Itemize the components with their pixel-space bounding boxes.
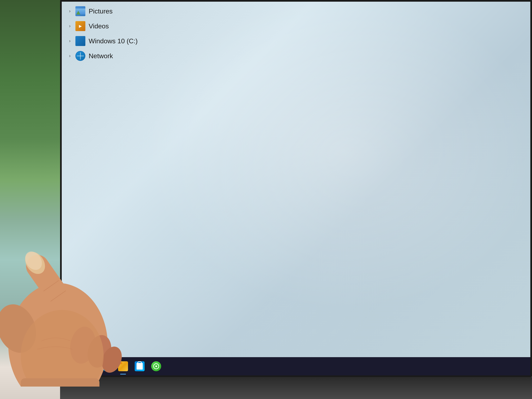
monitor-stand <box>60 377 532 399</box>
active-indicator-explorer <box>120 374 126 374</box>
sidebar-item-videos[interactable]: › Videos <box>62 19 161 34</box>
videos-icon <box>76 21 85 31</box>
taskbar-greenapp[interactable] <box>149 359 164 374</box>
videos-label: Videos <box>89 22 109 30</box>
store-bag <box>137 363 143 370</box>
sidebar-item-windows-c[interactable]: › Windows 10 (C:) <box>62 34 161 49</box>
screen-content: › Pictures › Videos › Windows 10 (C:) › <box>62 2 530 375</box>
taskbar-edge[interactable] <box>99 359 114 374</box>
tv-rect-3 <box>86 366 89 369</box>
chevron-windows-c: › <box>67 38 73 44</box>
chevron-pictures: › <box>67 8 73 14</box>
sidebar-item-pictures[interactable]: › Pictures <box>62 4 161 19</box>
edge-icon <box>101 361 111 371</box>
tv-rect-1 <box>86 362 89 365</box>
taskbar <box>62 357 530 375</box>
greenapp-icon <box>151 361 161 371</box>
greenapp-dot <box>155 365 157 367</box>
network-label: Network <box>89 52 113 60</box>
store-icon <box>135 361 145 371</box>
chevron-videos: › <box>67 23 73 29</box>
taskbar-search[interactable] <box>66 359 81 374</box>
search-icon <box>69 362 78 371</box>
taskbar-explorer[interactable] <box>116 359 131 374</box>
taskbar-store[interactable] <box>132 359 147 374</box>
sidebar-item-network[interactable]: › Network <box>62 49 161 63</box>
explorer-icon <box>118 361 128 371</box>
sidebar-tree: › Pictures › Videos › Windows 10 (C:) › <box>62 2 161 375</box>
taskbar-taskview[interactable] <box>82 359 97 374</box>
tv-rect-2 <box>90 362 94 365</box>
chevron-network: › <box>67 53 73 59</box>
pictures-icon <box>76 6 85 16</box>
tv-rect-4 <box>90 366 94 369</box>
taskview-icon <box>85 362 95 370</box>
edge-inner <box>103 362 110 370</box>
left-background <box>0 0 61 399</box>
windows-c-label: Windows 10 (C:) <box>89 37 138 45</box>
pictures-label: Pictures <box>89 7 113 15</box>
network-icon <box>76 51 85 61</box>
greenapp-inner <box>153 363 159 369</box>
windows-drive-icon <box>76 36 85 46</box>
